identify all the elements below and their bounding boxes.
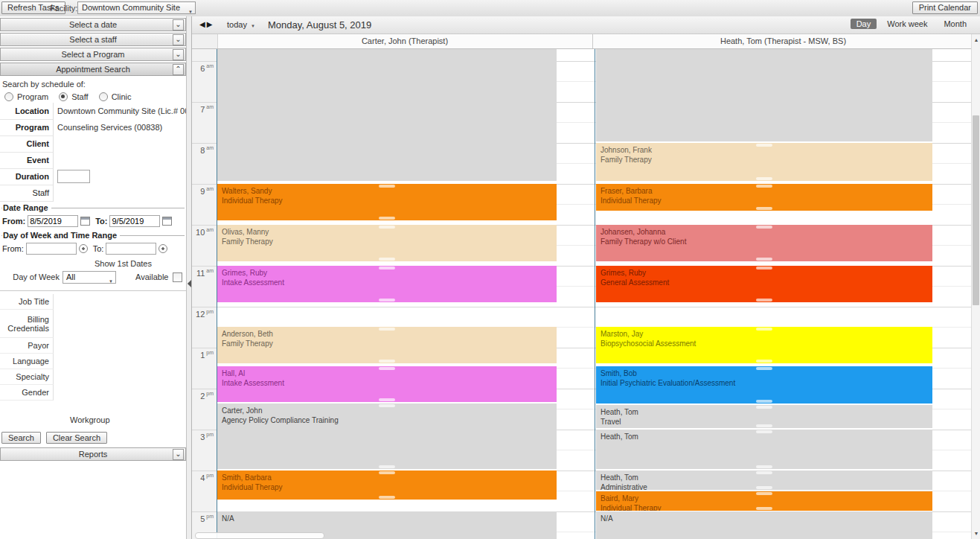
field-row-duration: Duration [0, 168, 186, 185]
appointment-service: Individual Therapy [601, 503, 929, 511]
show-1st-dates-label: Show 1st Dates [1, 259, 152, 268]
appointment-service: Travel [601, 417, 929, 427]
event-label: Event [0, 152, 54, 169]
facility-value: Downtown Community Site [82, 3, 180, 12]
appointment-block[interactable]: Smith, BarbaraIndividual Therapy [217, 471, 557, 500]
time-label: 3 pm [192, 432, 214, 441]
location-value[interactable]: Downtown Community Site (Lic.# 00110) [54, 106, 186, 115]
appointment-block[interactable]: Grimes, RubyIntake Assessment [217, 266, 557, 302]
schedule-of-label: Search by schedule of: [2, 80, 186, 89]
calendar-icon[interactable] [80, 217, 90, 226]
appointment-block[interactable]: Marston, JayBiopsychosocial Assessment [596, 327, 932, 363]
column-separator [595, 49, 595, 539]
chevron-down-icon[interactable] [173, 49, 184, 60]
chevron-down-icon[interactable] [173, 19, 184, 31]
view-month-button[interactable]: Month [938, 19, 973, 29]
appointment-block[interactable]: Grimes, RubyGeneral Assessment [596, 266, 932, 302]
time-gutter [192, 49, 217, 539]
time-label: 1 pm [192, 350, 214, 360]
appointment-client: Smith, Bob [601, 369, 929, 378]
appointment-block[interactable]: Heath, Tom [596, 430, 932, 469]
today-button[interactable]: today [224, 19, 258, 30]
appointment-block[interactable]: Hall, AlIntake Assessment [217, 366, 557, 402]
accordion-appointment-search[interactable]: Appointment Search [0, 63, 186, 76]
date-from-label: From: [2, 217, 25, 226]
appointment-client: Olivas, Manny [222, 227, 554, 237]
appointment-client: Heath, Tom [601, 407, 929, 417]
print-calendar-button[interactable]: Print Calendar [912, 1, 978, 14]
appointment-block[interactable]: N/A [596, 511, 932, 539]
chevron-up-icon[interactable] [173, 64, 184, 75]
duration-label: Duration [0, 168, 54, 185]
unavailable-block[interactable] [217, 49, 557, 181]
time-to-input[interactable] [106, 243, 156, 255]
field-row-program: Program Counseling Services (00838) [0, 119, 186, 135]
collapse-sidebar-icon[interactable] [187, 280, 191, 287]
top-bar: Refresh Tasks Facility: Downtown Communi… [0, 0, 980, 17]
duration-input[interactable] [57, 170, 90, 183]
time-label: 8 am [192, 145, 214, 155]
calendar-icon[interactable] [162, 217, 172, 226]
clock-icon[interactable] [158, 244, 167, 253]
appointment-service: General Assessment [601, 278, 929, 287]
prev-next-day-arrows[interactable]: ◀▶ [199, 20, 214, 28]
appointment-block[interactable]: Smith, BobInitial Psychiatric Evaluation… [596, 366, 932, 404]
appointment-client: Carter, John [222, 406, 554, 415]
accordion-select-program[interactable]: Select a Program [0, 48, 186, 61]
time-label: 11 am [192, 268, 214, 278]
vertical-scrollbar[interactable] [971, 34, 980, 539]
view-workweek-button[interactable]: Work week [881, 19, 933, 29]
appointment-client: Johansen, Johanna [601, 227, 929, 237]
appointment-block[interactable]: Baird, MaryIndividual Therapy [596, 491, 932, 511]
accordion-select-staff[interactable]: Select a staff [0, 33, 186, 46]
appointment-block[interactable]: Heath, TomTravel [596, 405, 932, 428]
accordion-reports[interactable]: Reports [0, 447, 186, 461]
calendar-body[interactable]: 6 am7 am8 am9 am10 am11 am12 pm1 pm2 pm3… [192, 49, 971, 539]
appointment-block[interactable]: Carter, JohnAgency Policy Compliance Tra… [217, 404, 557, 469]
appointment-service: Family Therapy w/o Client [601, 237, 929, 246]
accordion-label: Reports [79, 450, 108, 459]
horizontal-scrollbar-thumb[interactable] [195, 532, 324, 539]
column-header-carter[interactable]: Carter, John (Therapist) [217, 34, 593, 48]
date-from-input[interactable] [28, 215, 78, 227]
radio-program[interactable] [4, 92, 13, 101]
search-button[interactable]: Search [1, 432, 41, 444]
radio-label: Clinic [112, 92, 132, 101]
appointment-block[interactable]: Johnson, FrankFamily Therapy [596, 143, 932, 181]
date-to-input[interactable] [109, 215, 160, 227]
appointment-service: Biopsychosocial Assessment [601, 339, 929, 348]
calendar-toolbar: ◀▶ today Monday, August 5, 2019 Day Work… [192, 16, 980, 34]
appointment-service: Administrative [601, 482, 929, 490]
appointment-client: N/A [222, 514, 554, 523]
unavailable-block[interactable] [596, 49, 932, 141]
radio-staff[interactable] [59, 92, 68, 101]
scroll-up-icon[interactable] [973, 37, 980, 42]
chevron-down-icon[interactable] [173, 34, 184, 45]
accordion-select-date[interactable]: Select a date [0, 18, 186, 31]
appointment-client: Grimes, Ruby [222, 268, 554, 278]
scroll-down-icon[interactable] [973, 531, 980, 536]
chevron-down-icon[interactable] [173, 449, 184, 460]
field-row-location: Location Downtown Community Site (Lic.# … [0, 103, 186, 119]
clear-search-button[interactable]: Clear Search [46, 432, 107, 444]
time-label: 9 am [192, 186, 214, 196]
appointment-block[interactable]: Olivas, MannyFamily Therapy [217, 225, 557, 261]
appointment-block[interactable]: Fraser, BarbaraIndividual Therapy [596, 184, 932, 211]
program-value[interactable]: Counseling Services (00838) [54, 123, 162, 132]
today-label: today [227, 20, 247, 29]
facility-dropdown[interactable]: Downtown Community Site [77, 1, 196, 14]
payor-label: Payor [0, 338, 54, 354]
appointment-block[interactable]: Heath, TomAdministrative [596, 471, 932, 490]
column-header-heath[interactable]: Heath, Tom (Therapist - MSW, BS) [595, 34, 971, 48]
available-checkbox[interactable] [173, 272, 182, 282]
radio-clinic[interactable] [99, 92, 108, 101]
vertical-scrollbar-thumb[interactable] [973, 115, 979, 305]
appointment-block[interactable]: Walters, SandyIndividual Therapy [217, 184, 557, 220]
view-day-button[interactable]: Day [851, 19, 877, 29]
appointment-block[interactable]: Johansen, JohannaFamily Therapy w/o Clie… [596, 225, 932, 261]
clock-icon[interactable] [79, 244, 88, 253]
day-of-week-select[interactable]: All [63, 271, 116, 284]
sidebar-splitter[interactable] [186, 16, 192, 539]
time-from-input[interactable] [26, 243, 77, 255]
appointment-block[interactable]: Anderson, BethFamily Therapy [217, 327, 557, 363]
